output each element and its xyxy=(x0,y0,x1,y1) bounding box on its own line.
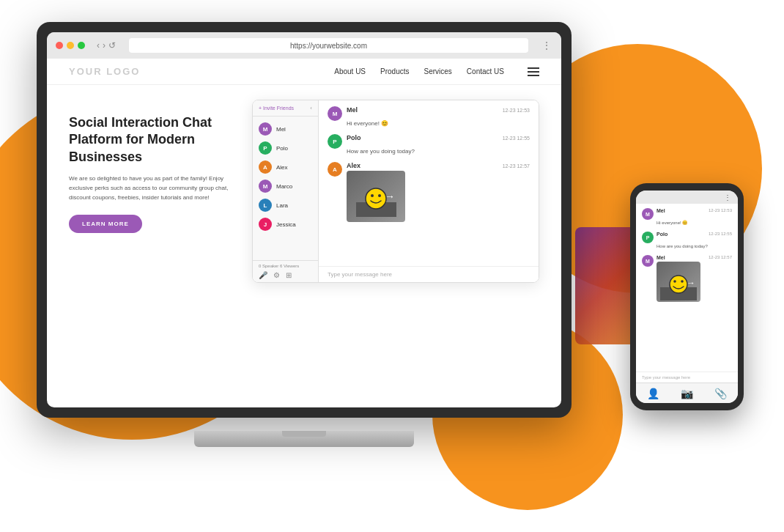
svg-point-2 xyxy=(371,194,374,197)
settings-icon[interactable]: ⚙ xyxy=(273,271,280,279)
msg-name-polo: Polo xyxy=(347,134,361,141)
back-icon[interactable]: ‹ xyxy=(97,40,100,51)
svg-point-1 xyxy=(366,188,386,209)
phone-messages: M Mel 12-23 12:53 Hi everyone! 😊 P P xyxy=(636,204,738,372)
msg-avatar-alex: A xyxy=(328,162,342,177)
msg-avatar-mel: M xyxy=(328,106,342,121)
nav-products[interactable]: Products xyxy=(380,67,409,75)
msg-image-alex: → xyxy=(347,171,405,222)
msg-content-polo: Polo 12-23 12:55 How are you doing today… xyxy=(347,134,530,156)
phone-status-bar: ⋮ xyxy=(636,191,738,204)
contact-list: M Mel P Polo A xyxy=(253,117,318,260)
contact-marco[interactable]: M Marco xyxy=(253,177,318,196)
maximize-dot[interactable] xyxy=(78,42,85,49)
browser-menu-icon[interactable]: ⋮ xyxy=(541,40,552,51)
phone-bottom-bar: 👤 📷 📎 xyxy=(636,383,738,403)
minimize-dot[interactable] xyxy=(67,42,74,49)
browser-nav-arrows[interactable]: ‹ › ↺ xyxy=(97,40,116,51)
phone-msg-content-mel: Mel 12-23 12:53 Hi everyone! 😊 xyxy=(657,208,732,227)
camera-icon[interactable]: 📷 xyxy=(681,388,693,399)
phone-msg-time-polo: 12-23 12:55 xyxy=(709,232,732,237)
contact-alex[interactable]: A Alex xyxy=(253,158,318,177)
msg-name-alex: Alex xyxy=(347,162,360,169)
phone-msg-name-mel2: Mel xyxy=(657,255,665,260)
msg-text-mel: Hi everyone! 😊 xyxy=(347,120,388,127)
contact-jessica[interactable]: J Jessica xyxy=(253,215,318,234)
phone-msg-row-mel2: M Mel 12-23 12:57 xyxy=(642,255,732,302)
ham-line-2 xyxy=(528,71,539,73)
contact-mel[interactable]: M Mel xyxy=(253,119,318,138)
contact-name-marco: Marco xyxy=(276,183,292,190)
phone-msg-row-polo: P Polo 12-23 12:55 How are you doing tod… xyxy=(642,232,732,251)
hero-description: We are so delighted to have you as part … xyxy=(69,174,237,202)
contact-name-polo: Polo xyxy=(276,145,288,152)
avatar-polo: P xyxy=(259,141,272,155)
svg-text:→: → xyxy=(687,278,695,288)
invite-friends-label[interactable]: + Invite Friends xyxy=(259,106,294,111)
phone-device: ⋮ M Mel 12-23 12:53 Hi everyone! 😊 xyxy=(630,183,744,410)
svg-point-3 xyxy=(378,194,381,197)
nav-links: About US Products Services Contact US xyxy=(334,67,539,76)
chat-messages: M Mel 12-23 12:53 Hi everyone! 😊 xyxy=(319,100,539,266)
chat-input[interactable]: Type your message here xyxy=(319,266,539,282)
msg-time-alex: 12-23 12:57 xyxy=(503,163,530,169)
chat-sidebar-footer: 0 Speaker 6 Viewers 🎤 ⚙ ⊞ xyxy=(253,260,318,282)
phone-msg-name-mel: Mel xyxy=(657,208,665,213)
laptop-body: ‹ › ↺ https://yourwebsite.com ⋮ Y xyxy=(37,22,572,418)
phone-msg-content-mel2: Mel 12-23 12:57 → xyxy=(657,255,732,302)
contact-polo[interactable]: P Polo xyxy=(253,138,318,158)
phone-msg-header-mel2: Mel 12-23 12:57 xyxy=(657,255,732,260)
chat-interface: + Invite Friends ‹ M Mel xyxy=(252,100,539,283)
phone-avatar-mel2: M xyxy=(642,255,654,267)
nav-services[interactable]: Services xyxy=(424,67,452,75)
hamburger-menu[interactable] xyxy=(528,67,539,76)
url-bar[interactable]: https://yourwebsite.com xyxy=(129,38,528,53)
footer-icons: 🎤 ⚙ ⊞ xyxy=(259,271,312,279)
phone-menu-icon[interactable]: ⋮ xyxy=(724,193,732,202)
laptop-device: ‹ › ↺ https://yourwebsite.com ⋮ Y xyxy=(37,22,608,491)
avatar-marco: M xyxy=(259,180,272,193)
phone-input[interactable]: Type your message here xyxy=(636,372,738,383)
svg-point-7 xyxy=(673,280,676,283)
nav-about[interactable]: About US xyxy=(334,67,366,75)
phone-smiley-svg: → xyxy=(660,264,697,300)
nav-contact[interactable]: Contact US xyxy=(467,67,504,75)
close-dot[interactable] xyxy=(56,42,63,49)
hero-title: Social Interaction Chat Platform for Mod… xyxy=(69,114,237,166)
laptop-frame: ‹ › ↺ https://yourwebsite.com ⋮ Y xyxy=(37,22,572,447)
phone-msg-header-mel: Mel 12-23 12:53 xyxy=(657,208,732,213)
phone-msg-row-mel: M Mel 12-23 12:53 Hi everyone! 😊 xyxy=(642,208,732,227)
mic-icon[interactable]: 🎤 xyxy=(259,271,267,279)
phone-msg-text-polo: How are you doing today? xyxy=(657,244,708,248)
message-row-alex: A Alex 12-23 12:57 xyxy=(328,162,530,222)
website-content: YOUR LOGO About US Products Services Con… xyxy=(47,59,561,407)
message-row-mel: M Mel 12-23 12:53 Hi everyone! 😊 xyxy=(328,106,530,128)
forward-icon[interactable]: › xyxy=(103,40,106,51)
site-logo: YOUR LOGO xyxy=(69,66,140,77)
avatar-mel: M xyxy=(259,122,272,136)
screen-bezel: ‹ › ↺ https://yourwebsite.com ⋮ Y xyxy=(47,32,561,407)
avatar-lara: L xyxy=(259,199,272,212)
contact-lara[interactable]: L Lara xyxy=(253,196,318,215)
laptop-screen: ‹ › ↺ https://yourwebsite.com ⋮ Y xyxy=(47,32,561,407)
msg-text-polo: How are you doing today? xyxy=(347,148,415,155)
svg-point-8 xyxy=(681,280,684,283)
sidebar-collapse-icon[interactable]: ‹ xyxy=(310,105,312,111)
person-icon[interactable]: 👤 xyxy=(647,388,659,399)
msg-image-inner-alex: → xyxy=(347,171,405,222)
avatar-alex: A xyxy=(259,160,272,174)
phone-avatar-polo: P xyxy=(642,232,654,243)
contact-name-alex: Alex xyxy=(276,164,288,171)
msg-name-mel: Mel xyxy=(347,106,358,114)
msg-content-alex: Alex 12-23 12:57 xyxy=(347,162,530,222)
phone-msg-content-polo: Polo 12-23 12:55 How are you doing today… xyxy=(657,232,732,251)
url-text: https://yourwebsite.com xyxy=(290,42,367,50)
refresh-icon[interactable]: ↺ xyxy=(108,40,116,51)
screen-icon[interactable]: ⊞ xyxy=(286,271,292,279)
learn-more-button[interactable]: LEARN MORE xyxy=(69,215,142,233)
attachment-icon[interactable]: 📎 xyxy=(714,388,727,399)
chat-sidebar-header: + Invite Friends ‹ xyxy=(253,100,318,117)
phone-frame: ⋮ M Mel 12-23 12:53 Hi everyone! 😊 xyxy=(630,183,744,410)
msg-time-mel: 12-23 12:53 xyxy=(503,108,530,113)
phone-msg-time-mel: 12-23 12:53 xyxy=(709,208,732,213)
